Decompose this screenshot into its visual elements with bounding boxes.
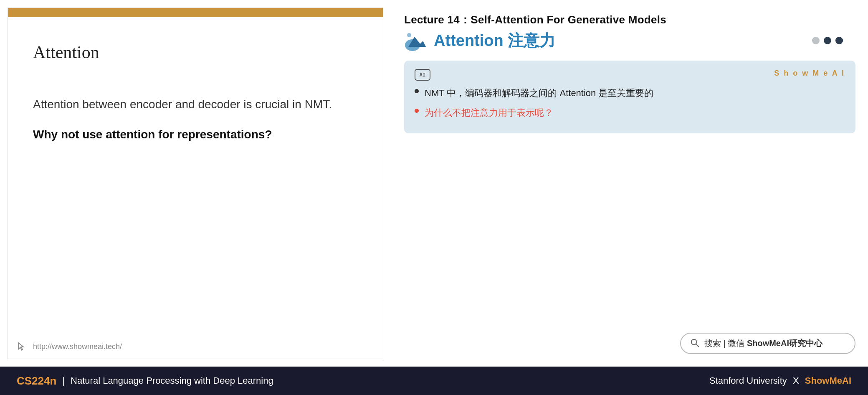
bottom-right: Stanford University X ShowMeAI (709, 375, 851, 386)
search-bold: ShowMeAI研究中心 (747, 339, 822, 348)
right-panel: Lecture 14：Self-Attention For Generative… (392, 0, 868, 367)
x-separator: X (793, 375, 799, 386)
dot-1 (812, 37, 820, 44)
attention-icon (404, 29, 427, 52)
slide-panel: Attention Attention between encoder and … (8, 8, 383, 359)
bullet-text-2: 为什么不把注意力用于表示呢？ (425, 105, 553, 120)
slide-body-text: Attention between encoder and decoder is… (33, 96, 358, 113)
slide-footer: http://www.showmeai.tech/ (8, 334, 383, 359)
slide-bold-text: Why not use attention for representation… (33, 126, 358, 143)
slide-title: Attention (33, 42, 358, 62)
footer-url: http://www.showmeai.tech/ (33, 342, 122, 351)
divider: | (62, 375, 65, 386)
search-text: 搜索 | 微信 ShowMeAI研究中心 (704, 338, 822, 349)
dot-3 (835, 37, 843, 44)
ai-badge: AI (415, 69, 430, 81)
bullet-item-1: NMT 中，编码器和解码器之间的 Attention 是至关重要的 (415, 86, 845, 100)
search-icon (690, 338, 699, 349)
search-bar[interactable]: 搜索 | 微信 ShowMeAI研究中心 (680, 333, 855, 354)
svg-line-4 (696, 344, 698, 346)
info-card: AI S h o w M e A I NMT 中，编码器和解码器之间的 Atte… (404, 61, 855, 133)
attention-title: Attention 注意力 (434, 30, 555, 51)
bullet-dot-1 (415, 89, 419, 93)
slide-content: Attention Attention between encoder and … (8, 17, 383, 334)
svg-point-2 (407, 33, 411, 37)
dots-row (812, 37, 843, 44)
bottom-bar: CS224n | Natural Language Processing wit… (0, 367, 868, 395)
search-bar-wrapper: 搜索 | 微信 ShowMeAI研究中心 (404, 333, 855, 358)
slide-top-bar (8, 8, 383, 17)
dot-2 (824, 37, 831, 44)
showmeai-card-label: S h o w M e A I (774, 69, 845, 78)
bullet-text-1: NMT 中，编码器和解码器之间的 Attention 是至关重要的 (425, 86, 653, 100)
attention-header: Attention 注意力 (404, 29, 855, 52)
stanford-text: Stanford University (709, 375, 787, 386)
showmeai-label-bottom: ShowMeAI (805, 375, 851, 386)
bullet-item-2: 为什么不把注意力用于表示呢？ (415, 105, 845, 120)
lecture-title: Lecture 14：Self-Attention For Generative… (404, 8, 855, 27)
cs224n-label: CS224n (17, 375, 56, 387)
course-description: Natural Language Processing with Deep Le… (71, 375, 273, 386)
bottom-left: CS224n | Natural Language Processing wit… (17, 375, 273, 387)
bullet-dot-2 (415, 109, 419, 113)
cursor-icon (16, 341, 28, 352)
main-content: Attention Attention between encoder and … (0, 0, 868, 367)
right-panel-inner: Lecture 14：Self-Attention For Generative… (404, 8, 855, 52)
